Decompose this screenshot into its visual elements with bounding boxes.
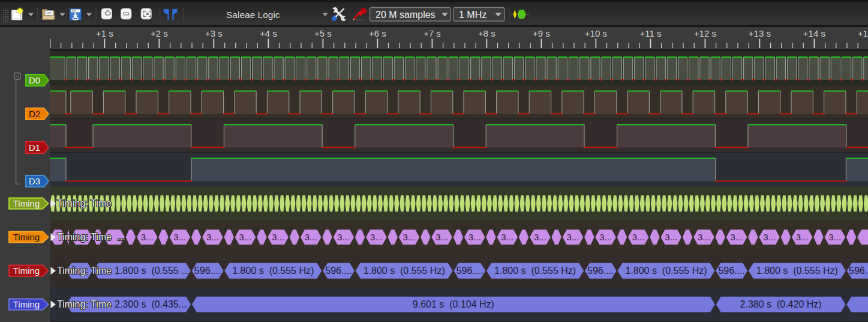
svg-text:1.800 s (0.555 Hz): 1.800 s (0.555 Hz) <box>756 266 838 276</box>
svg-text:3...: 3... <box>206 232 219 242</box>
svg-text:3...: 3... <box>731 232 743 242</box>
svg-text:+10 s: +10 s <box>585 28 607 38</box>
svg-text:Timing: Timing <box>13 232 40 242</box>
svg-text:3...: 3... <box>468 232 481 242</box>
svg-text:3...: 3... <box>272 232 284 242</box>
svg-text:596....: 596.... <box>587 266 614 276</box>
svg-text:3...: 3... <box>796 232 809 242</box>
svg-text:3...: 3... <box>435 232 448 242</box>
svg-text:3...: 3... <box>632 232 645 242</box>
svg-text:Saleae Logic: Saleae Logic <box>226 10 280 20</box>
svg-text:1 MHz: 1 MHz <box>459 10 486 20</box>
svg-text:Timing: Time: Timing: Time <box>57 198 112 208</box>
svg-text:3...: 3... <box>239 232 252 242</box>
svg-text:596....: 596.... <box>718 266 744 276</box>
svg-text:3...: 3... <box>370 232 383 242</box>
svg-text:+11 s: +11 s <box>639 28 661 38</box>
svg-text:+13 s: +13 s <box>749 28 771 38</box>
svg-text:+9 s: +9 s <box>533 28 550 38</box>
svg-text:596....: 596.... <box>456 266 483 276</box>
svg-text:Timing: Timing <box>13 266 40 276</box>
svg-text:+3 s: +3 s <box>205 28 223 38</box>
svg-text:3...: 3... <box>599 232 612 242</box>
svg-text:3...: 3... <box>305 232 317 242</box>
svg-text:+15 s: +15 s <box>858 28 868 38</box>
svg-text:2.380 s (0.420 Hz): 2.380 s (0.420 Hz) <box>740 299 822 309</box>
svg-text:1.800 s (0.555 ...: 1.800 s (0.555 ... <box>115 266 190 276</box>
svg-text:D3: D3 <box>29 176 40 186</box>
svg-text:3...: 3... <box>173 232 186 242</box>
svg-text:Timing: Time: Timing: Time <box>57 299 112 309</box>
svg-text:Timing: Timing <box>13 299 40 309</box>
svg-text:3...: 3... <box>763 232 776 242</box>
svg-text:1.800 s (0.555 Hz): 1.800 s (0.555 Hz) <box>494 266 576 276</box>
svg-text:9.601 s (0.104 Hz): 9.601 s (0.104 Hz) <box>413 299 494 309</box>
svg-text:3...: 3... <box>403 232 416 242</box>
svg-text:1.800 s (0.555 Hz): 1.800 s (0.555 Hz) <box>625 266 707 276</box>
svg-text:596....: 596.... <box>325 266 352 276</box>
svg-text:Timing: Time: Timing: Time <box>57 266 112 276</box>
svg-text:+1 s: +1 s <box>96 28 113 38</box>
svg-text:...: ... <box>115 232 125 242</box>
svg-text:+6 s: +6 s <box>369 28 386 38</box>
svg-text:+12 s: +12 s <box>694 28 716 38</box>
svg-text:D0: D0 <box>29 75 40 85</box>
svg-text:D2: D2 <box>29 109 40 119</box>
svg-text:1.800 s (0.555 Hz): 1.800 s (0.555 Hz) <box>232 266 314 276</box>
svg-text:+4 s: +4 s <box>260 28 277 38</box>
svg-text:20 M samples: 20 M samples <box>376 10 435 20</box>
svg-text:3...: 3... <box>501 232 513 242</box>
svg-text:596.: 596. <box>849 266 867 276</box>
svg-text:3...: 3... <box>337 232 350 242</box>
svg-text:3...: 3... <box>567 232 579 242</box>
svg-text:+7 s: +7 s <box>424 28 441 38</box>
svg-text:596....: 596.... <box>194 266 221 276</box>
svg-text:3...: 3... <box>141 232 154 242</box>
svg-text:3...: 3... <box>534 232 546 242</box>
svg-text:+2 s: +2 s <box>151 28 168 38</box>
svg-text:+5 s: +5 s <box>314 28 332 38</box>
svg-text:+8 s: +8 s <box>478 28 495 38</box>
svg-text:D1: D1 <box>29 142 40 153</box>
svg-text:1.800 s (0.555 Hz): 1.800 s (0.555 Hz) <box>364 266 445 276</box>
svg-text:+14 s: +14 s <box>803 28 825 38</box>
svg-text:2.300 s (0.435...: 2.300 s (0.435... <box>115 299 187 309</box>
svg-text:3...: 3... <box>698 232 710 242</box>
svg-text:3...: 3... <box>828 232 841 242</box>
svg-text:3...: 3... <box>665 232 677 242</box>
svg-text:Timing: Timing <box>13 198 40 208</box>
svg-text:Timing: Time: Timing: Time <box>57 232 112 242</box>
